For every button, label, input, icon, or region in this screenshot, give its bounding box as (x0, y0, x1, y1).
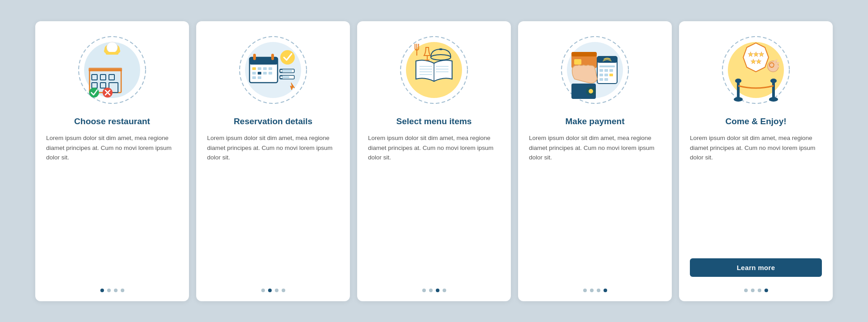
svg-line-97 (775, 66, 778, 66)
svg-rect-67 (604, 69, 608, 72)
dot (100, 289, 104, 292)
svg-rect-70 (604, 74, 608, 76)
card-choose-restaurant: Choose restaurant Lorem ipsum dolor sit … (35, 21, 189, 301)
card-3-body: Lorem ipsum dolor sit dim amet, mea regi… (368, 133, 500, 163)
dot (597, 289, 600, 292)
dot (583, 289, 587, 292)
svg-point-13 (107, 42, 118, 53)
dot (114, 289, 118, 292)
dot (268, 289, 272, 292)
card-5-title: Come & Enjoy! (725, 116, 786, 127)
svg-rect-71 (609, 74, 613, 76)
svg-rect-29 (269, 67, 272, 70)
svg-rect-30 (252, 72, 256, 75)
dot (429, 289, 433, 292)
svg-rect-32 (263, 72, 267, 75)
svg-rect-68 (609, 69, 613, 72)
card-1-body: Lorem ipsum dolor sit dim amet, mea regi… (46, 133, 178, 163)
svg-rect-14 (106, 52, 118, 55)
card-4-title: Make payment (566, 116, 625, 127)
svg-rect-39 (282, 70, 292, 72)
svg-point-89 (734, 97, 743, 102)
svg-rect-27 (258, 67, 261, 70)
card-2-title: Reservation details (234, 116, 312, 127)
dot (282, 289, 285, 292)
dot (443, 289, 446, 292)
svg-rect-35 (258, 76, 261, 79)
svg-rect-42 (282, 76, 289, 78)
svg-point-57 (439, 48, 443, 50)
svg-rect-9 (89, 68, 122, 71)
svg-rect-26 (252, 67, 256, 70)
card-3-title: Select menu items (396, 116, 472, 127)
card-icon-area-5: ★ ★ ★ ★ ★ (720, 34, 792, 106)
card-select-menu-items: Select menu items Lorem ipsum dolor sit … (357, 21, 511, 301)
svg-rect-33 (269, 72, 272, 75)
svg-point-15 (89, 88, 99, 98)
svg-rect-28 (263, 67, 267, 70)
svg-text:★: ★ (756, 58, 762, 65)
svg-point-92 (769, 97, 778, 102)
card-come-enjoy: ★ ★ ★ ★ ★ Come & (679, 21, 833, 301)
svg-rect-24 (253, 54, 256, 60)
svg-rect-31 (258, 72, 261, 75)
card-5-body: Lorem ipsum dolor sit dim amet, mea regi… (690, 133, 822, 163)
card-2-body: Lorem ipsum dolor sit dim amet, mea regi… (207, 133, 339, 163)
dot (422, 289, 426, 292)
card-icon-area-1 (76, 34, 148, 106)
svg-rect-90 (772, 81, 775, 99)
card-icon-area-2 (237, 34, 309, 106)
choose-restaurant-icon (76, 34, 148, 106)
svg-rect-34 (252, 76, 256, 79)
card-4-body: Lorem ipsum dolor sit dim amet, mea regi… (529, 133, 661, 163)
dot (261, 289, 265, 292)
dot (436, 289, 439, 292)
dot (758, 289, 761, 292)
select-menu-items-icon (398, 34, 470, 106)
card-icon-area-4 (559, 34, 631, 106)
svg-rect-75 (571, 52, 597, 56)
learn-more-button[interactable]: Learn more (690, 258, 822, 277)
dot (275, 289, 278, 292)
dot (744, 289, 748, 292)
svg-line-96 (775, 63, 778, 64)
cards-container: Choose restaurant Lorem ipsum dolor sit … (0, 8, 868, 315)
svg-rect-66 (599, 69, 603, 72)
svg-rect-76 (574, 59, 581, 65)
card-3-dots (422, 289, 446, 292)
card-icon-area-3 (398, 34, 470, 106)
svg-rect-72 (599, 78, 603, 81)
svg-point-79 (589, 89, 593, 93)
dot (107, 289, 111, 292)
reservation-details-icon (237, 34, 309, 106)
dot (590, 289, 594, 292)
card-1-title: Choose restaurant (74, 116, 150, 127)
svg-rect-65 (599, 65, 615, 67)
svg-text:★: ★ (759, 51, 764, 58)
dot (121, 289, 124, 292)
come-enjoy-icon: ★ ★ ★ ★ ★ (720, 34, 792, 106)
svg-rect-73 (604, 78, 608, 81)
make-payment-icon (559, 34, 631, 106)
card-reservation-details: Reservation details Lorem ipsum dolor si… (196, 21, 350, 301)
card-4-dots (583, 289, 607, 292)
dot (764, 289, 768, 292)
svg-rect-69 (599, 74, 603, 76)
card-make-payment: Make payment Lorem ipsum dolor sit dim a… (518, 21, 672, 301)
card-1-dots (100, 289, 124, 292)
svg-point-88 (735, 79, 741, 83)
svg-rect-87 (737, 81, 740, 99)
svg-rect-25 (271, 54, 274, 60)
dot (604, 289, 607, 292)
card-5-dots (744, 289, 768, 292)
svg-point-36 (280, 50, 295, 65)
svg-point-91 (770, 79, 777, 83)
dot (751, 289, 755, 292)
card-2-dots (261, 289, 285, 292)
